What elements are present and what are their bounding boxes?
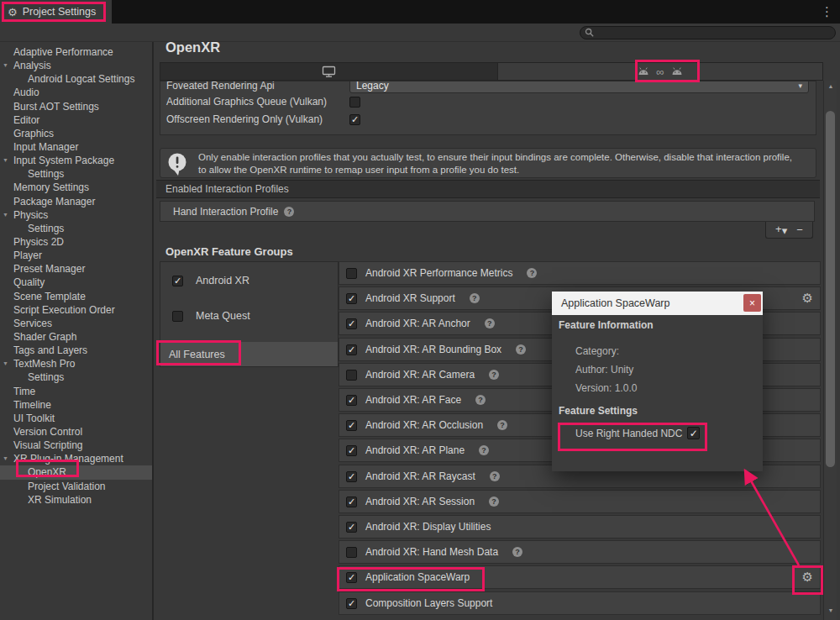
sidebar-item-input-system-package[interactable]: ▼Input System Package [0, 154, 152, 167]
checkbox[interactable]: ✓ [346, 522, 357, 533]
checkbox[interactable]: ✓ [346, 598, 357, 609]
sidebar-item-input-manager[interactable]: Input Manager [0, 140, 152, 154]
sidebar-item-xr-plug-in-management[interactable]: ▼XR Plug-in Management [0, 452, 152, 465]
sidebar-item-analysis[interactable]: ▼Analysis [0, 59, 152, 72]
sidebar-item-settings[interactable]: Settings [0, 167, 152, 181]
feature-information-heading: Feature Information [559, 319, 654, 331]
checkbox[interactable]: ✓ [346, 420, 357, 431]
checkbox[interactable]: ✓ [346, 293, 357, 304]
scroll-up-icon[interactable]: ▲ [824, 83, 837, 89]
sidebar-item-editor[interactable]: Editor [0, 113, 152, 127]
vertical-scrollbar: ▲ ▼ [823, 81, 837, 620]
add-profile-button[interactable]: +▾ [775, 223, 787, 236]
checkbox[interactable]: ✓ [346, 395, 357, 406]
checkbox[interactable]: ✓ [346, 497, 357, 507]
sidebar-item-ui-toolkit[interactable]: UI Toolkit [0, 412, 152, 425]
help-icon[interactable]: ? [490, 471, 500, 481]
sidebar-item-textmesh-pro[interactable]: ▼TextMesh Pro [0, 357, 152, 370]
scrollbar-thumb[interactable] [826, 111, 835, 467]
sidebar-item-package-manager[interactable]: Package Manager [0, 195, 152, 208]
help-icon[interactable]: ? [527, 268, 537, 278]
sidebar-item-label: Quality [0, 276, 45, 289]
hand-interaction-profile-row[interactable]: Hand Interaction Profile ? [160, 201, 815, 222]
help-icon[interactable]: ? [489, 497, 499, 507]
gear-icon[interactable]: ⚙ [802, 291, 813, 306]
foldout-arrow-icon[interactable]: ▼ [3, 59, 8, 72]
checkbox[interactable]: ✓ [346, 344, 357, 355]
sidebar-item-audio[interactable]: Audio [0, 86, 152, 99]
help-icon[interactable]: ? [475, 395, 486, 405]
help-icon[interactable]: ? [516, 344, 526, 355]
foldout-arrow-icon[interactable]: ▼ [3, 452, 8, 465]
foldout-arrow-icon[interactable]: ▼ [3, 357, 8, 370]
project-settings-tab[interactable]: ⚙ Project Settings [0, 0, 112, 24]
sidebar-item-timeline[interactable]: Timeline [0, 398, 152, 412]
sidebar-item-preset-manager[interactable]: Preset Manager [0, 262, 152, 276]
tab-desktop[interactable] [160, 62, 498, 81]
sidebar-item-label: Script Execution Order [0, 303, 115, 317]
settings-category-sidebar: Adaptive Performance▼AnalysisAndroid Log… [0, 42, 154, 620]
help-icon[interactable]: ? [512, 547, 522, 557]
sidebar-item-time[interactable]: Time [0, 385, 152, 398]
kebab-menu-icon[interactable]: ⋮ [821, 4, 833, 19]
help-icon[interactable]: ? [485, 318, 495, 328]
foldout-arrow-icon[interactable]: ▼ [3, 154, 8, 167]
feature-group-all-features[interactable]: All Features [160, 342, 338, 366]
sidebar-item-openxr[interactable]: OpenXR [0, 465, 152, 479]
sidebar-item-memory-settings[interactable]: Memory Settings [0, 181, 152, 194]
sidebar-item-graphics[interactable]: Graphics [0, 127, 152, 140]
sidebar-item-label: Visual Scripting [0, 439, 83, 452]
tab-android-xr[interactable]: ∞ [498, 62, 823, 81]
checkbox[interactable]: ✓ [346, 572, 357, 583]
gear-icon[interactable]: ⚙ [802, 570, 813, 585]
sidebar-item-settings[interactable]: Settings [0, 222, 152, 235]
help-icon[interactable]: ? [479, 445, 489, 455]
page-title: OpenXR [165, 39, 220, 55]
checkbox[interactable] [346, 547, 357, 558]
feature-label: Composition Layers Support [365, 597, 492, 609]
feature-group-android-xr[interactable]: ✓Android XR [160, 263, 338, 298]
checkbox[interactable]: ✓ [346, 318, 357, 329]
remove-profile-button[interactable]: − [796, 224, 803, 235]
sidebar-item-quality[interactable]: Quality [0, 276, 152, 289]
close-icon[interactable]: × [743, 294, 761, 312]
sidebar-item-xr-simulation[interactable]: XR Simulation [0, 493, 152, 507]
sidebar-item-android-logcat-settings[interactable]: Android Logcat Settings [0, 72, 152, 86]
checkbox[interactable]: ✓ [346, 445, 357, 456]
sidebar-item-adaptive-performance[interactable]: Adaptive Performance [0, 45, 152, 59]
checkbox[interactable] [346, 268, 357, 279]
help-icon[interactable]: ? [470, 293, 480, 303]
feature-settings-heading: Feature Settings [559, 405, 638, 417]
sidebar-item-version-control[interactable]: Version Control [0, 425, 152, 439]
help-icon[interactable]: ? [497, 420, 507, 430]
sidebar-item-script-execution-order[interactable]: Script Execution Order [0, 303, 152, 317]
window-titlebar: ⚙ Project Settings ⋮ [0, 0, 840, 24]
sidebar-item-player[interactable]: Player [0, 249, 152, 262]
checkbox[interactable] [346, 370, 357, 381]
sidebar-item-physics-2d[interactable]: Physics 2D [0, 235, 152, 249]
sidebar-item-settings[interactable]: Settings [0, 370, 152, 384]
dropdown-foveated-rendering-api[interactable]: Legacy▾ [349, 81, 809, 93]
ndc-checkbox[interactable]: ✓ [687, 427, 700, 439]
checkbox-offscreen-rendering-only-vulkan[interactable]: ✓ [349, 114, 360, 125]
sidebar-item-burst-aot-settings[interactable]: Burst AOT Settings [0, 100, 152, 113]
sidebar-item-visual-scripting[interactable]: Visual Scripting [0, 439, 152, 452]
scroll-down-icon[interactable]: ▼ [824, 607, 837, 613]
sidebar-item-label: Preset Manager [0, 262, 85, 276]
checkbox[interactable]: ✓ [172, 276, 183, 286]
sidebar-item-shader-graph[interactable]: Shader Graph [0, 330, 152, 344]
sidebar-item-project-validation[interactable]: Project Validation [0, 480, 152, 493]
sidebar-item-tags-and-layers[interactable]: Tags and Layers [0, 344, 152, 357]
help-icon[interactable]: ? [284, 207, 294, 217]
foldout-arrow-icon[interactable]: ▼ [3, 208, 8, 222]
feature-row-application-spacewarp: ✓Application SpaceWarp⚙ [339, 565, 821, 589]
search-input[interactable] [580, 26, 836, 39]
checkbox[interactable]: ✓ [346, 471, 357, 482]
checkbox-additional-graphics-queue-vulkan[interactable] [349, 97, 360, 108]
sidebar-item-physics[interactable]: ▼Physics [0, 208, 152, 222]
sidebar-item-scene-template[interactable]: Scene Template [0, 290, 152, 303]
help-icon[interactable]: ? [489, 370, 499, 380]
sidebar-item-services[interactable]: Services [0, 317, 152, 330]
checkbox[interactable] [172, 311, 183, 322]
feature-group-meta-quest[interactable]: Meta Quest [160, 298, 338, 334]
